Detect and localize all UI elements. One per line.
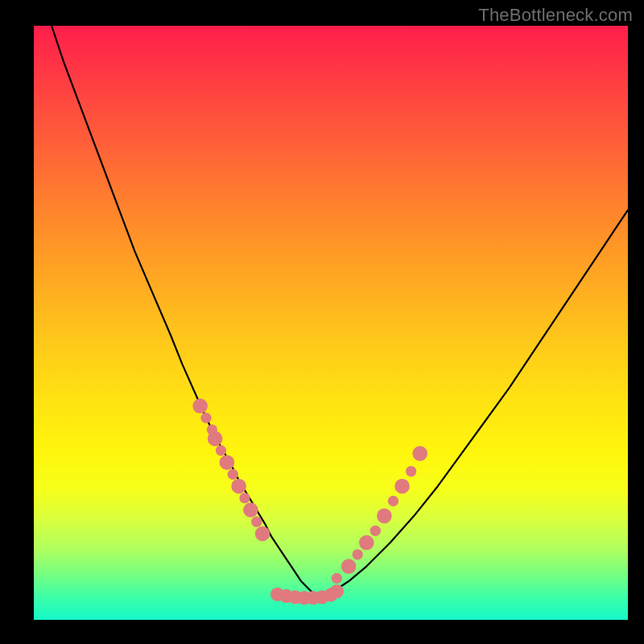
- data-point: [192, 398, 208, 414]
- data-point: [251, 517, 262, 527]
- data-point: [208, 431, 223, 447]
- data-point: [200, 412, 211, 423]
- chart-svg: [34, 26, 628, 620]
- data-point: [341, 559, 357, 574]
- data-point: [239, 493, 250, 503]
- data-point: [370, 526, 381, 536]
- data-point: [255, 526, 270, 542]
- data-markers: [192, 398, 427, 605]
- bottleneck-curve: [52, 26, 628, 596]
- data-point: [359, 535, 374, 551]
- data-point: [353, 549, 363, 559]
- watermark-text: TheBottleneck.com: [478, 5, 633, 26]
- chart-frame: TheBottleneck.com: [0, 0, 644, 644]
- data-point: [220, 455, 235, 470]
- data-point: [216, 445, 226, 456]
- data-point: [228, 469, 238, 480]
- data-point: [406, 466, 416, 477]
- data-point: [243, 502, 258, 518]
- data-point: [394, 479, 410, 494]
- data-point: [412, 446, 427, 461]
- data-point: [330, 584, 344, 598]
- data-point: [231, 479, 246, 494]
- plot-area: [34, 26, 628, 620]
- data-point: [388, 496, 398, 506]
- data-point: [332, 573, 342, 584]
- data-point: [377, 509, 392, 524]
